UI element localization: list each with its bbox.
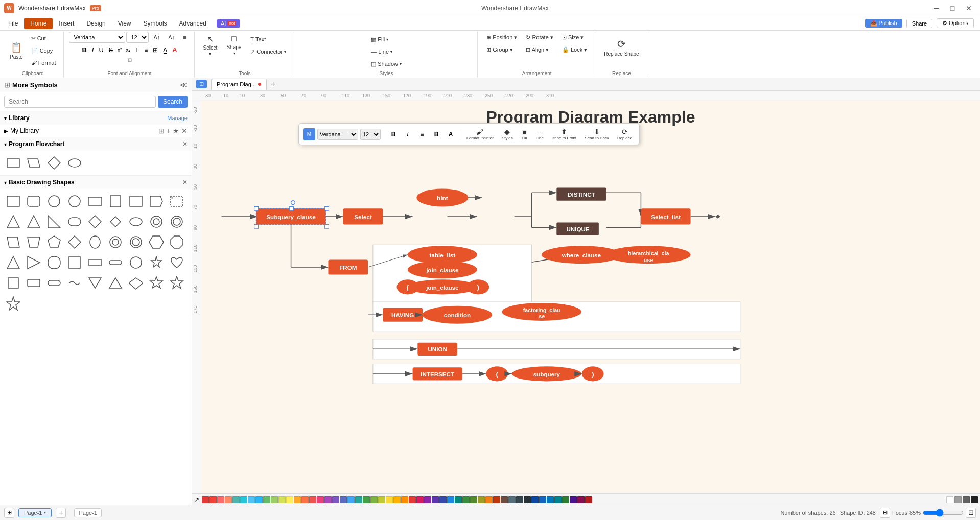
basic-star[interactable]: [147, 253, 166, 272]
basic-star6[interactable]: [168, 274, 186, 292]
color-dark-pink[interactable]: [577, 496, 585, 503]
ft-bold-button[interactable]: B: [387, 128, 400, 140]
select-button[interactable]: ↖ Select ▾: [200, 32, 221, 58]
new-lib-button[interactable]: ⊞: [158, 127, 165, 135]
basic-ellipse[interactable]: [127, 212, 145, 231]
list2-btn[interactable]: ⊞: [151, 45, 160, 55]
rotate-button[interactable]: ↻ Rotate ▾: [522, 32, 557, 43]
color-orange[interactable]: [225, 496, 232, 503]
ft-replace[interactable]: ⟳ Replace: [614, 127, 635, 141]
cut-button[interactable]: ✂ Cut: [28, 33, 60, 44]
fullscreen-button[interactable]: ⊞: [880, 508, 890, 518]
color-blue4[interactable]: [447, 496, 454, 503]
replace-shape-button[interactable]: ⟳ Replace Shape: [600, 32, 642, 62]
color-deep-purple[interactable]: [432, 496, 439, 503]
color-dark-purple[interactable]: [570, 496, 577, 503]
basic-wide-rect[interactable]: [86, 192, 104, 210]
basic-tri6[interactable]: [106, 274, 125, 292]
basic-dot-rect[interactable]: [168, 192, 186, 210]
color-blue[interactable]: [347, 496, 355, 503]
minimize-button[interactable]: ─: [929, 3, 943, 14]
color-blue5[interactable]: [547, 496, 554, 503]
page-1-tab[interactable]: Page-1 ▾: [18, 508, 52, 517]
color-med-blue[interactable]: [539, 496, 546, 503]
color-pink2[interactable]: [416, 496, 424, 503]
color-brown[interactable]: [493, 496, 500, 503]
basic-star5[interactable]: [147, 274, 166, 292]
flow-rect[interactable]: [4, 154, 22, 172]
color-blue3[interactable]: [439, 496, 447, 503]
basic-ellipse2[interactable]: [86, 233, 104, 251]
basic-rect3[interactable]: [65, 253, 84, 272]
text-btn[interactable]: T: [133, 45, 141, 55]
add-tab-button[interactable]: +: [269, 80, 277, 89]
color-orange3[interactable]: [485, 496, 493, 503]
color-amber2[interactable]: [393, 496, 401, 503]
group-button[interactable]: ⊞ Group ▾: [483, 44, 521, 55]
program-diag-tab[interactable]: Program Diag...: [211, 79, 267, 90]
strikethrough-button[interactable]: S: [107, 45, 115, 55]
align-button[interactable]: ⊟ Align ▾: [522, 44, 557, 55]
ft-text-btn[interactable]: A: [445, 128, 457, 140]
color-green3[interactable]: [462, 496, 470, 503]
color-dark-red[interactable]: [585, 496, 592, 503]
color-teal3[interactable]: [455, 496, 462, 503]
paste-button[interactable]: 📋 Paste: [6, 37, 27, 64]
basic-rect7[interactable]: [45, 274, 63, 292]
color-teal4[interactable]: [554, 496, 562, 503]
color-yellow-green[interactable]: [278, 496, 286, 503]
basic-ring3[interactable]: [106, 233, 125, 251]
ft-bring-front[interactable]: ⬆ Bring to Front: [549, 127, 579, 141]
color-blue-indigo[interactable]: [340, 496, 347, 503]
position-button[interactable]: ⊕ Position ▾: [483, 32, 521, 43]
basic-thin-rect[interactable]: [106, 192, 125, 210]
underline-b-btn[interactable]: A̲: [161, 45, 169, 55]
add-lib-button[interactable]: +: [167, 127, 171, 135]
font-select[interactable]: Verdana: [69, 32, 125, 43]
copy-button[interactable]: 📄 Copy: [28, 45, 60, 56]
color-brown2[interactable]: [501, 496, 508, 503]
menu-view[interactable]: View: [112, 18, 137, 29]
menu-symbols[interactable]: Symbols: [137, 18, 173, 29]
menu-home[interactable]: Home: [24, 18, 53, 29]
color-dark-grey[interactable]: [516, 496, 523, 503]
subscript-button[interactable]: x₂: [124, 46, 132, 54]
color-orange2[interactable]: [401, 496, 408, 503]
basic-diamond2[interactable]: [106, 212, 125, 231]
basic-tri5[interactable]: [86, 274, 104, 292]
close-button[interactable]: ✕: [962, 3, 976, 14]
flowchart-close-btn[interactable]: ✕: [182, 140, 188, 148]
flow-parallelogram[interactable]: [25, 154, 43, 172]
basic-rect5[interactable]: [4, 274, 22, 292]
flow-ellipse[interactable]: [65, 154, 84, 172]
basic-trapezoid[interactable]: [25, 233, 43, 251]
basic-circle3[interactable]: [127, 253, 145, 272]
shadow-button[interactable]: ◫ Shadow ▾: [367, 58, 405, 69]
zoom-slider[interactable]: [923, 509, 964, 517]
ft-underline-btn[interactable]: B: [430, 128, 442, 140]
color-dark-green[interactable]: [562, 496, 569, 503]
close-lib-button[interactable]: ✕: [181, 127, 188, 135]
color-cyan[interactable]: [240, 496, 247, 503]
basic-rect6[interactable]: [25, 274, 43, 292]
color-red5[interactable]: [409, 496, 416, 503]
color-red[interactable]: [202, 496, 209, 503]
size-select[interactable]: 12: [126, 32, 149, 43]
flow-diamond[interactable]: [45, 154, 63, 172]
basic-wavy[interactable]: [65, 274, 84, 292]
basic-triangle3[interactable]: [4, 253, 22, 272]
star-lib-button[interactable]: ★: [173, 127, 179, 135]
color-dark-blue[interactable]: [524, 496, 531, 503]
basic-round-rect[interactable]: [25, 192, 43, 210]
connector-button[interactable]: ↗ Connector ▾: [247, 46, 290, 57]
color-teal[interactable]: [232, 496, 240, 503]
menu-advanced[interactable]: Advanced: [173, 18, 213, 29]
ft-align-button[interactable]: ≡: [416, 128, 428, 140]
basic-triangle[interactable]: [4, 212, 22, 231]
basic-ring4[interactable]: [127, 233, 145, 251]
color-blue2[interactable]: [255, 496, 263, 503]
basic-long-rect[interactable]: [106, 253, 125, 272]
fill-button[interactable]: ▩ Fill ▾: [367, 34, 405, 45]
basic-shapes-header[interactable]: ▾ Basic Drawing Shapes ✕: [0, 176, 192, 189]
flowchart-header[interactable]: ▾ Program Flowchart ✕: [0, 137, 192, 151]
